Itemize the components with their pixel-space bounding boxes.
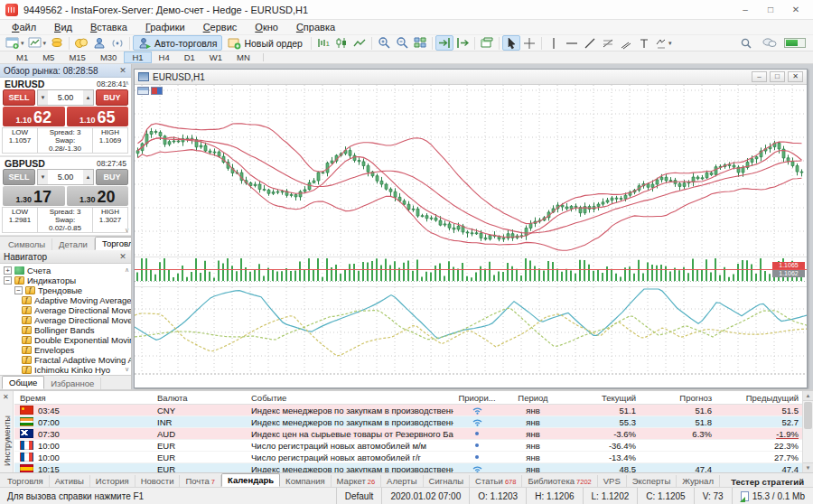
tab-history[interactable]: История	[90, 475, 136, 487]
algo-trading-icon-button[interactable]	[48, 35, 66, 51]
buy-button[interactable]: BUY	[96, 169, 128, 185]
tree-item-indicators[interactable]: Индикаторы	[0, 275, 131, 285]
sell-button[interactable]: SELL	[3, 89, 35, 106]
tree-item-indicator[interactable]: Envelopes	[0, 345, 131, 355]
calendar-row[interactable]: 10:00 EUR Число регистраций новых автомо…	[14, 452, 802, 463]
tab-trading[interactable]: Торговля	[95, 237, 131, 250]
horizontal-line-tool-button[interactable]	[563, 35, 581, 51]
tab-codebase[interactable]: Библиотека7202	[522, 475, 597, 487]
bid-price[interactable]: 1.3017	[3, 186, 65, 206]
col-forecast[interactable]: Прогноз	[641, 393, 717, 403]
navigator-header[interactable]: Навигатор	[0, 250, 131, 264]
col-priority[interactable]: Приори...	[453, 393, 500, 403]
lot-increase-icon[interactable]	[83, 90, 93, 105]
trendline-tool-button[interactable]	[581, 35, 599, 51]
expand-icon[interactable]	[4, 266, 12, 275]
tf-mn[interactable]: MN	[229, 51, 257, 63]
tf-m1[interactable]: M1	[9, 51, 35, 63]
col-previous[interactable]: Предыдущий	[717, 393, 802, 403]
templates-button[interactable]	[478, 35, 496, 51]
tab-experts[interactable]: Эксперты	[627, 475, 678, 487]
market-watch-close-icon[interactable]	[118, 66, 127, 75]
buy-button[interactable]: BUY	[96, 89, 128, 106]
navigator-close-icon[interactable]	[118, 252, 127, 261]
ask-price[interactable]: 1.1065	[67, 107, 129, 126]
chart-canvas[interactable]: 1.1065 1.1062	[135, 85, 807, 387]
col-event[interactable]: Событие	[251, 393, 453, 403]
signal-button[interactable]	[108, 35, 126, 51]
tile-windows-button[interactable]	[411, 35, 429, 51]
calendar-row[interactable]: 03:45 CNY Индекс менеджеров по закупкам …	[14, 405, 802, 416]
tab-signals[interactable]: Сигналы	[424, 475, 471, 487]
tree-item-indicator[interactable]: Bollinger Bands	[0, 325, 131, 335]
calendar-scrollbar[interactable]	[802, 391, 813, 472]
tf-d1[interactable]: D1	[177, 51, 202, 63]
tab-details[interactable]: Детали	[52, 238, 95, 250]
line-chart-mode-button[interactable]	[350, 35, 369, 51]
col-actual[interactable]: Текущий	[565, 393, 641, 403]
chart-window[interactable]: EURUSD,H1 1.1065 1.1062	[134, 69, 808, 388]
strategy-tester-label[interactable]: Тестер стратегий	[731, 477, 809, 487]
tf-h1[interactable]: H1	[124, 51, 151, 63]
tf-m30[interactable]: M30	[93, 51, 124, 63]
vertical-line-tool-button[interactable]	[545, 35, 563, 51]
scroll-down-icon[interactable]	[803, 462, 813, 472]
auto-trading-toggle[interactable]: Авто-торговля	[133, 35, 222, 51]
minimize-button[interactable]	[734, 3, 757, 17]
tab-common[interactable]: Общие	[2, 376, 44, 389]
tree-item-indicator[interactable]: Average Directional Movement Index	[0, 305, 131, 315]
profiles-button[interactable]	[26, 35, 49, 51]
lot-stepper[interactable]: 5.00	[37, 169, 94, 185]
toolbox-close-icon[interactable]	[3, 393, 9, 401]
tf-w1[interactable]: W1	[202, 51, 229, 63]
menu-window[interactable]: Окно	[247, 21, 286, 33]
tf-m5[interactable]: M5	[35, 51, 61, 63]
tab-journal[interactable]: Журнал	[677, 475, 720, 487]
chart-window-titlebar[interactable]: EURUSD,H1	[135, 70, 807, 85]
lot-decrease-icon[interactable]	[38, 170, 48, 184]
crosshair-tool-button[interactable]	[520, 35, 538, 51]
text-tool-button[interactable]	[635, 35, 653, 51]
market-watch-header[interactable]: Обзор рынка: 08:28:58	[0, 64, 131, 78]
shapes-tool-button[interactable]	[653, 35, 674, 51]
tab-alerts[interactable]: Алерты	[381, 475, 423, 487]
calendar-row[interactable]: 10:15 EUR Индекс менеджеров по закупкам …	[14, 463, 802, 472]
calendar-row[interactable]: 10:00 EUR Число регистраций новых автомо…	[14, 440, 802, 452]
tab-calendar[interactable]: Календарь	[221, 473, 280, 487]
tf-m15[interactable]: M15	[61, 51, 92, 63]
menu-view[interactable]: Вид	[46, 21, 80, 33]
col-currency[interactable]: Валюта	[157, 393, 251, 403]
sell-button[interactable]: SELL	[3, 169, 35, 185]
user-button[interactable]	[90, 35, 108, 51]
cursor-tool-button[interactable]	[502, 35, 520, 51]
profile-selector[interactable]: Default	[336, 488, 382, 504]
depth-of-market-icon[interactable]	[151, 87, 163, 95]
lot-value[interactable]: 5.00	[48, 170, 83, 184]
menu-insert[interactable]: Вставка	[82, 21, 136, 33]
tf-h4[interactable]: H4	[152, 51, 177, 63]
new-order-button[interactable]: Новый ордер	[222, 35, 308, 51]
tab-vps[interactable]: VPS	[598, 475, 627, 487]
calendar-row[interactable]: 07:00 INR Индекс менеджеров по закупкам …	[14, 416, 802, 428]
menu-tools[interactable]: Сервис	[195, 21, 246, 33]
tab-market[interactable]: Маркет26	[332, 475, 382, 487]
collapse-icon[interactable]	[4, 276, 12, 285]
calendar-row[interactable]: 07:30 AUD Индекс цен на сырьевые товары …	[14, 428, 802, 440]
lot-decrease-icon[interactable]	[38, 90, 48, 105]
close-button[interactable]	[784, 3, 808, 17]
chart-close-button[interactable]	[788, 71, 803, 82]
maximize-button[interactable]	[759, 3, 782, 17]
tree-item-indicator[interactable]: Adaptive Moving Average	[0, 295, 131, 305]
tab-mail[interactable]: Почта7	[180, 475, 221, 487]
tab-favorites[interactable]: Избранное	[44, 378, 101, 389]
menu-charts[interactable]: Графики	[137, 21, 193, 33]
calendar-header-row[interactable]: Время Валюта Событие Приори... Период Те…	[14, 391, 802, 405]
tab-trade[interactable]: Торговля	[2, 475, 50, 487]
tab-articles[interactable]: Статьи678	[470, 475, 522, 487]
lot-value[interactable]: 5.00	[48, 90, 83, 105]
candle-chart-mode-button[interactable]	[332, 35, 350, 51]
fibonacci-tool-button[interactable]	[599, 35, 617, 51]
bid-price[interactable]: 1.1062	[3, 107, 65, 126]
collapse-icon[interactable]	[14, 286, 23, 294]
tree-item-indicator[interactable]: Double Exponential Moving Average	[0, 335, 131, 345]
